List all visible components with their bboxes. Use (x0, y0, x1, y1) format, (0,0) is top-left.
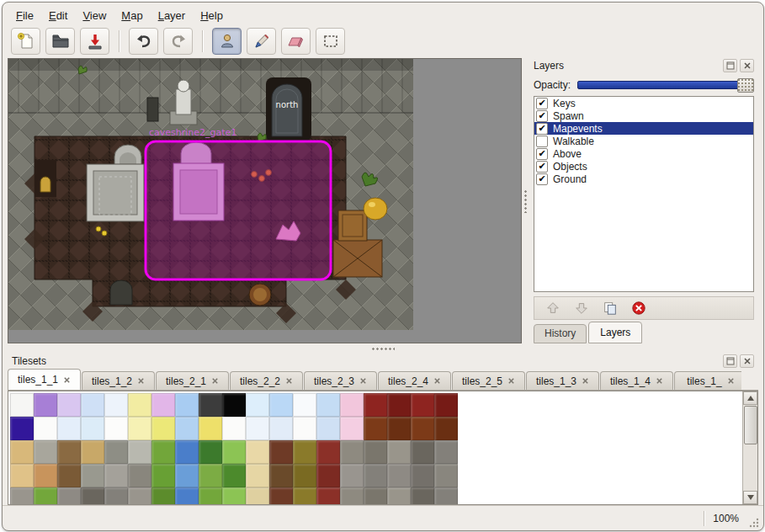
tile[interactable] (81, 464, 104, 487)
vertical-splitter[interactable] (522, 58, 529, 343)
tile[interactable] (316, 464, 340, 487)
tileset-scrollbar[interactable] (742, 391, 757, 504)
tileset-tab-tiles_2_1[interactable]: tiles_2_1 (156, 371, 229, 390)
layer-checkbox[interactable]: ✔ (536, 148, 548, 160)
tile[interactable] (293, 487, 316, 505)
tile[interactable] (199, 393, 222, 417)
layer-row-objects[interactable]: ✔Objects (534, 160, 753, 173)
tile[interactable] (411, 487, 434, 505)
tileset-tab-tiles_1_4[interactable]: tiles_1_4 (600, 371, 673, 390)
tile[interactable] (57, 464, 81, 487)
tile[interactable] (10, 417, 34, 440)
tile[interactable] (316, 487, 340, 505)
eraser-tool-button[interactable] (281, 28, 311, 55)
tile[interactable] (128, 487, 151, 505)
move-layer-down-button[interactable] (573, 300, 590, 317)
tile[interactable] (269, 417, 293, 440)
close-tab-icon[interactable] (63, 376, 71, 384)
close-tab-icon[interactable] (137, 377, 145, 385)
tile[interactable] (269, 440, 293, 464)
tile[interactable] (434, 417, 458, 440)
tile[interactable] (340, 487, 364, 505)
select-tool-button[interactable] (316, 28, 345, 55)
tile[interactable] (151, 393, 175, 417)
tile[interactable] (316, 417, 340, 440)
tile[interactable] (128, 464, 151, 487)
save-button[interactable] (80, 28, 109, 55)
tab-history[interactable]: History (534, 324, 587, 343)
layer-checkbox[interactable]: ✔ (536, 173, 548, 185)
close-tilesets-panel-button[interactable] (740, 354, 754, 368)
horizontal-splitter[interactable] (3, 343, 763, 354)
tile[interactable] (104, 440, 128, 464)
tile[interactable] (293, 417, 316, 440)
tile[interactable] (57, 393, 81, 417)
tile[interactable] (104, 487, 128, 505)
tile[interactable] (340, 440, 364, 464)
tile[interactable] (293, 393, 316, 417)
layer-checkbox[interactable]: ✔ (536, 123, 548, 135)
tile[interactable] (364, 487, 387, 505)
tile[interactable] (10, 464, 34, 487)
close-tab-icon[interactable] (433, 377, 441, 385)
tileset-tab-tiles_2_2[interactable]: tiles_2_2 (230, 371, 303, 390)
close-tab-icon[interactable] (727, 377, 735, 385)
tileset-tab-tiles_1_1[interactable]: tiles_1_1 (8, 369, 81, 390)
tileset-tab-tiles_1_[interactable]: tiles_1_ (674, 371, 741, 390)
tile[interactable] (269, 393, 293, 417)
brush-tool-button[interactable] (247, 28, 276, 55)
tile[interactable] (411, 464, 434, 487)
close-tab-icon[interactable] (285, 377, 293, 385)
tile[interactable] (293, 464, 316, 487)
tileset-tab-tiles_2_5[interactable]: tiles_2_5 (452, 371, 525, 390)
tile[interactable] (151, 464, 175, 487)
tile[interactable] (316, 440, 340, 464)
duplicate-layer-button[interactable] (602, 300, 619, 317)
tile[interactable] (151, 417, 175, 440)
tile[interactable] (199, 464, 222, 487)
undo-button[interactable] (129, 28, 158, 55)
tile[interactable] (128, 440, 151, 464)
scrollbar-thumb[interactable] (744, 406, 757, 444)
tile[interactable] (222, 487, 246, 505)
tile[interactable] (316, 393, 340, 417)
layer-row-keys[interactable]: ✔Keys (534, 97, 753, 109)
tile[interactable] (151, 440, 175, 464)
tile[interactable] (434, 464, 458, 487)
new-map-button[interactable] (11, 28, 40, 55)
opacity-slider-handle[interactable] (737, 78, 754, 93)
float-layers-panel-button[interactable] (723, 59, 737, 72)
tile[interactable] (222, 417, 246, 440)
tile[interactable] (128, 417, 151, 440)
layer-row-spawn[interactable]: ✔Spawn (534, 109, 753, 122)
resize-grip[interactable] (747, 516, 760, 529)
menu-item-map[interactable]: Map (114, 8, 149, 24)
tab-layers[interactable]: Layers (588, 322, 642, 343)
tile[interactable] (199, 440, 222, 464)
close-tab-icon[interactable] (507, 377, 515, 385)
layer-checkbox[interactable]: ✔ (536, 110, 548, 122)
tile[interactable] (364, 464, 387, 487)
tile[interactable] (81, 487, 104, 505)
close-tab-icon[interactable] (211, 377, 219, 385)
close-tab-icon[interactable] (359, 377, 367, 385)
layer-checkbox[interactable] (536, 136, 548, 147)
tile[interactable] (340, 393, 364, 417)
close-tab-icon[interactable] (656, 377, 663, 385)
tile[interactable] (387, 417, 411, 440)
tileset-tab-tiles_1_2[interactable]: tiles_1_2 (82, 371, 155, 390)
tile[interactable] (340, 417, 364, 440)
tile[interactable] (246, 393, 269, 417)
tile[interactable] (199, 487, 222, 505)
tile[interactable] (10, 393, 34, 417)
tile[interactable] (246, 487, 269, 505)
tile[interactable] (364, 417, 387, 440)
tile[interactable] (81, 440, 104, 464)
tileset-tab-tiles_2_3[interactable]: tiles_2_3 (304, 371, 377, 390)
layer-row-mapevents[interactable]: ✔Mapevents (534, 122, 753, 135)
tile[interactable] (34, 417, 57, 440)
tileset-tab-tiles_2_4[interactable]: tiles_2_4 (378, 371, 451, 390)
tile[interactable] (411, 440, 434, 464)
event-tool-button[interactable] (212, 28, 242, 55)
menu-item-view[interactable]: View (76, 8, 113, 24)
